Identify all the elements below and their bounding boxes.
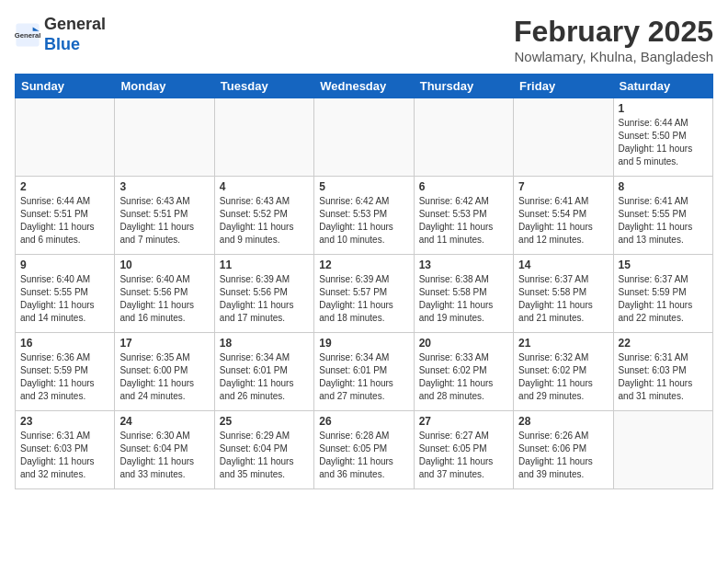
weekday-header-sunday: Sunday [16,75,115,98]
location: Nowlamary, Khulna, Bangladesh [514,49,713,64]
page-header: General General Blue February 2025 Nowla… [15,15,713,64]
calendar-cell [214,98,313,177]
day-number: 24 [119,415,209,428]
week-row-1: 1Sunrise: 6:44 AM Sunset: 5:50 PM Daylig… [16,98,713,177]
calendar-cell [414,98,513,177]
svg-text:General: General [15,30,40,39]
calendar-cell: 15Sunrise: 6:37 AM Sunset: 5:59 PM Dayli… [613,255,712,333]
day-info: Sunrise: 6:28 AM Sunset: 6:05 PM Dayligh… [319,430,408,481]
day-number: 23 [20,415,109,428]
day-info: Sunrise: 6:32 AM Sunset: 6:02 PM Dayligh… [518,351,608,403]
day-info: Sunrise: 6:38 AM Sunset: 5:58 PM Dayligh… [419,273,508,325]
calendar-cell [314,98,414,177]
weekday-header-thursday: Thursday [414,75,513,98]
calendar-cell: 18Sunrise: 6:34 AM Sunset: 6:01 PM Dayli… [214,333,313,411]
day-info: Sunrise: 6:31 AM Sunset: 6:03 PM Dayligh… [20,430,109,481]
week-row-4: 16Sunrise: 6:36 AM Sunset: 5:59 PM Dayli… [16,333,713,411]
day-info: Sunrise: 6:43 AM Sunset: 5:51 PM Dayligh… [119,195,209,247]
day-number: 1 [619,102,708,115]
calendar-cell: 11Sunrise: 6:39 AM Sunset: 5:56 PM Dayli… [214,255,313,333]
week-row-2: 2Sunrise: 6:44 AM Sunset: 5:51 PM Daylig… [16,177,713,255]
day-number: 6 [419,180,508,193]
weekday-header-row: SundayMondayTuesdayWednesdayThursdayFrid… [16,75,713,98]
title-block: February 2025 Nowlamary, Khulna, Banglad… [514,15,713,64]
day-number: 3 [119,180,209,193]
weekday-header-saturday: Saturday [613,75,712,98]
day-number: 28 [518,415,608,428]
calendar-cell: 6Sunrise: 6:42 AM Sunset: 5:53 PM Daylig… [414,177,513,255]
weekday-header-monday: Monday [115,75,214,98]
day-info: Sunrise: 6:39 AM Sunset: 5:56 PM Dayligh… [220,273,309,325]
weekday-header-friday: Friday [514,75,613,98]
day-number: 19 [319,337,408,350]
day-info: Sunrise: 6:37 AM Sunset: 5:58 PM Dayligh… [518,273,608,325]
calendar-cell: 23Sunrise: 6:31 AM Sunset: 6:03 PM Dayli… [16,411,115,489]
day-number: 4 [220,180,309,193]
day-info: Sunrise: 6:37 AM Sunset: 5:59 PM Dayligh… [619,273,708,325]
calendar-cell: 17Sunrise: 6:35 AM Sunset: 6:00 PM Dayli… [115,333,214,411]
day-info: Sunrise: 6:30 AM Sunset: 6:04 PM Dayligh… [119,430,209,481]
day-number: 17 [119,337,209,350]
calendar-cell: 28Sunrise: 6:26 AM Sunset: 6:06 PM Dayli… [514,411,613,489]
day-info: Sunrise: 6:36 AM Sunset: 5:59 PM Dayligh… [20,351,109,403]
calendar-cell: 10Sunrise: 6:40 AM Sunset: 5:56 PM Dayli… [115,255,214,333]
calendar-cell: 27Sunrise: 6:27 AM Sunset: 6:05 PM Dayli… [414,411,513,489]
day-number: 25 [220,415,309,428]
calendar-cell: 9Sunrise: 6:40 AM Sunset: 5:55 PM Daylig… [16,255,115,333]
calendar-cell: 3Sunrise: 6:43 AM Sunset: 5:51 PM Daylig… [115,177,214,255]
day-number: 16 [20,337,109,350]
day-number: 13 [419,259,508,271]
day-info: Sunrise: 6:44 AM Sunset: 5:50 PM Dayligh… [619,117,708,168]
day-info: Sunrise: 6:40 AM Sunset: 5:56 PM Dayligh… [119,273,209,325]
calendar-cell [613,411,712,489]
calendar-cell: 2Sunrise: 6:44 AM Sunset: 5:51 PM Daylig… [16,177,115,255]
calendar-cell [16,98,115,177]
week-row-5: 23Sunrise: 6:31 AM Sunset: 6:03 PM Dayli… [16,411,713,489]
calendar-cell: 4Sunrise: 6:43 AM Sunset: 5:52 PM Daylig… [214,177,313,255]
logo-text: General Blue [44,15,106,54]
calendar-cell: 7Sunrise: 6:41 AM Sunset: 5:54 PM Daylig… [514,177,613,255]
day-info: Sunrise: 6:34 AM Sunset: 6:01 PM Dayligh… [319,351,408,403]
weekday-header-tuesday: Tuesday [214,75,313,98]
calendar-cell: 22Sunrise: 6:31 AM Sunset: 6:03 PM Dayli… [613,333,712,411]
day-info: Sunrise: 6:42 AM Sunset: 5:53 PM Dayligh… [319,195,408,247]
day-number: 26 [319,415,408,428]
day-info: Sunrise: 6:34 AM Sunset: 6:01 PM Dayligh… [220,351,309,403]
logo: General General Blue [15,15,106,54]
calendar-cell: 24Sunrise: 6:30 AM Sunset: 6:04 PM Dayli… [115,411,214,489]
day-number: 7 [518,180,608,193]
calendar-cell: 16Sunrise: 6:36 AM Sunset: 5:59 PM Dayli… [16,333,115,411]
day-number: 18 [220,337,309,350]
calendar-cell: 13Sunrise: 6:38 AM Sunset: 5:58 PM Dayli… [414,255,513,333]
day-info: Sunrise: 6:31 AM Sunset: 6:03 PM Dayligh… [619,351,708,403]
day-info: Sunrise: 6:33 AM Sunset: 6:02 PM Dayligh… [419,351,508,403]
day-info: Sunrise: 6:27 AM Sunset: 6:05 PM Dayligh… [419,430,508,481]
day-number: 9 [20,259,109,271]
week-row-3: 9Sunrise: 6:40 AM Sunset: 5:55 PM Daylig… [16,255,713,333]
calendar-cell: 21Sunrise: 6:32 AM Sunset: 6:02 PM Dayli… [514,333,613,411]
day-info: Sunrise: 6:44 AM Sunset: 5:51 PM Dayligh… [20,195,109,247]
day-info: Sunrise: 6:41 AM Sunset: 5:54 PM Dayligh… [518,195,608,247]
day-number: 12 [319,259,408,271]
day-info: Sunrise: 6:41 AM Sunset: 5:55 PM Dayligh… [619,195,708,247]
calendar-cell: 5Sunrise: 6:42 AM Sunset: 5:53 PM Daylig… [314,177,414,255]
day-number: 8 [619,180,708,193]
day-info: Sunrise: 6:35 AM Sunset: 6:00 PM Dayligh… [119,351,209,403]
day-info: Sunrise: 6:42 AM Sunset: 5:53 PM Dayligh… [419,195,508,247]
calendar-cell: 1Sunrise: 6:44 AM Sunset: 5:50 PM Daylig… [613,98,712,177]
calendar-table: SundayMondayTuesdayWednesdayThursdayFrid… [15,74,713,489]
month-title: February 2025 [514,15,713,49]
logo-icon: General [15,22,40,48]
day-number: 21 [518,337,608,350]
day-info: Sunrise: 6:40 AM Sunset: 5:55 PM Dayligh… [20,273,109,325]
calendar-cell: 19Sunrise: 6:34 AM Sunset: 6:01 PM Dayli… [314,333,414,411]
day-info: Sunrise: 6:26 AM Sunset: 6:06 PM Dayligh… [518,430,608,481]
weekday-header-wednesday: Wednesday [314,75,414,98]
day-info: Sunrise: 6:43 AM Sunset: 5:52 PM Dayligh… [220,195,309,247]
day-number: 14 [518,259,608,271]
day-number: 15 [619,259,708,271]
day-number: 5 [319,180,408,193]
day-number: 20 [419,337,508,350]
day-number: 2 [20,180,109,193]
day-number: 27 [419,415,508,428]
